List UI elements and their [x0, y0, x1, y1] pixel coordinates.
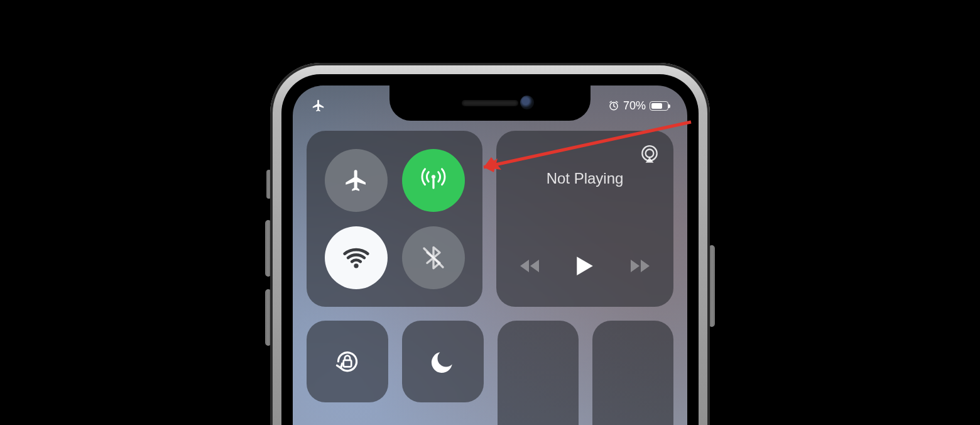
alarm-icon — [608, 100, 619, 111]
volume-slider[interactable] — [592, 321, 673, 425]
rewind-button[interactable] — [519, 258, 540, 273]
status-right: 70% — [608, 99, 668, 113]
control-center: Not Playing — [307, 131, 673, 425]
airplane-icon — [344, 168, 369, 193]
do-not-disturb-toggle[interactable] — [402, 321, 484, 402]
bluetooth-off-icon — [421, 245, 446, 270]
moon-icon — [429, 348, 457, 375]
wifi-toggle[interactable] — [325, 226, 388, 289]
phone-frame: 70% — [270, 63, 710, 425]
battery-percent-label: 70% — [623, 99, 646, 113]
status-left — [312, 99, 325, 113]
svg-rect-2 — [432, 178, 434, 189]
media-controls-tile[interactable]: Not Playing — [496, 131, 673, 307]
wifi-icon — [342, 244, 370, 272]
cellular-data-toggle[interactable] — [402, 149, 465, 212]
battery-fill — [651, 103, 662, 109]
brightness-slider[interactable] — [498, 321, 579, 425]
screen: 70% — [293, 86, 687, 425]
orientation-lock-icon — [332, 346, 363, 377]
orientation-lock-toggle[interactable] — [307, 321, 388, 402]
airplay-button[interactable] — [637, 142, 662, 167]
airplane-mode-toggle[interactable] — [325, 149, 388, 212]
airplane-mode-status-icon — [312, 99, 325, 113]
airplay-icon — [639, 144, 660, 165]
connectivity-group[interactable] — [307, 131, 482, 307]
cellular-antenna-icon — [419, 166, 448, 195]
status-bar: 70% — [293, 92, 687, 119]
bluetooth-toggle[interactable] — [402, 226, 465, 289]
svg-point-3 — [354, 263, 358, 268]
svg-rect-7 — [344, 360, 352, 367]
svg-point-6 — [646, 150, 654, 158]
play-button[interactable] — [575, 255, 594, 277]
battery-icon — [650, 101, 668, 111]
media-title: Not Playing — [547, 170, 624, 187]
fast-forward-button[interactable] — [629, 258, 651, 273]
